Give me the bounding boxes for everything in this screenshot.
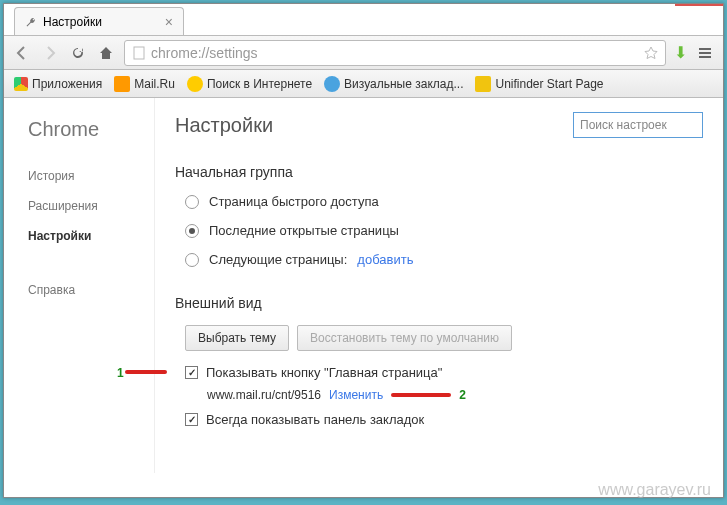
- watermark: www.garayev.ru: [598, 481, 711, 499]
- svg-rect-4: [134, 47, 144, 59]
- startup-option-quick[interactable]: Страница быстрого доступа: [185, 194, 703, 209]
- mailru-icon: [114, 76, 130, 92]
- wrench-icon: [25, 16, 37, 28]
- annotation-redline-2: [391, 393, 451, 397]
- content-area: Chrome История Расширения Настройки Спра…: [4, 98, 723, 473]
- sidebar-item-extensions[interactable]: Расширения: [28, 191, 154, 221]
- search-settings-input[interactable]: Поиск настроек: [573, 112, 703, 138]
- sidebar-item-help[interactable]: Справка: [28, 275, 154, 305]
- appearance-section-title: Внешний вид: [175, 295, 703, 311]
- checkbox-icon: [185, 413, 198, 426]
- startup-section-title: Начальная группа: [175, 164, 703, 180]
- page-icon: [131, 45, 147, 61]
- visual-bookmark[interactable]: Визуальные заклад...: [320, 74, 467, 94]
- radio-icon: [185, 253, 199, 267]
- bookmarks-bar: Приложения Mail.Ru Поиск в Интернете Виз…: [4, 70, 723, 98]
- browser-window: Настройки × ⬇ Приложения Mail.Ru Поиск в…: [3, 3, 724, 498]
- download-icon[interactable]: ⬇: [674, 43, 687, 62]
- startup-option-last[interactable]: Последние открытые страницы: [185, 223, 703, 238]
- nav-toolbar: ⬇: [4, 36, 723, 70]
- mailru-bookmark[interactable]: Mail.Ru: [110, 74, 179, 94]
- star-icon[interactable]: [643, 45, 659, 61]
- sidebar-item-history[interactable]: История: [28, 161, 154, 191]
- tab-strip: Настройки ×: [4, 6, 723, 36]
- radio-icon: [185, 195, 199, 209]
- page-title: Настройки: [175, 114, 273, 137]
- home-button[interactable]: [96, 43, 116, 63]
- address-bar[interactable]: [124, 40, 666, 66]
- show-bookmarks-checkbox-row[interactable]: Всегда показывать панель закладок: [185, 412, 703, 427]
- checkbox-icon: [185, 366, 198, 379]
- tab-title: Настройки: [43, 15, 102, 29]
- unifinder-bookmark[interactable]: Unifinder Start Page: [471, 74, 607, 94]
- back-button[interactable]: [12, 43, 32, 63]
- tab-close-icon[interactable]: ×: [165, 14, 173, 30]
- annotation-1: 1: [117, 366, 124, 380]
- unifinder-icon: [475, 76, 491, 92]
- sidebar-item-settings[interactable]: Настройки: [28, 221, 154, 251]
- visual-icon: [324, 76, 340, 92]
- choose-theme-button[interactable]: Выбрать тему: [185, 325, 289, 351]
- forward-button[interactable]: [40, 43, 60, 63]
- apps-bookmark[interactable]: Приложения: [10, 75, 106, 93]
- chrome-brand: Chrome: [28, 118, 154, 141]
- search-bm-icon: [187, 76, 203, 92]
- reload-button[interactable]: [68, 43, 88, 63]
- startup-option-specific[interactable]: Следующие страницы: добавить: [185, 252, 703, 267]
- url-input[interactable]: [151, 45, 639, 61]
- annotation-redline-1: [125, 370, 167, 374]
- add-pages-link[interactable]: добавить: [357, 252, 413, 267]
- change-home-link[interactable]: Изменить: [329, 388, 383, 402]
- show-home-checkbox-row[interactable]: Показывать кнопку "Главная страница": [185, 365, 703, 380]
- settings-main: Настройки Поиск настроек Начальная групп…: [154, 98, 723, 473]
- apps-icon: [14, 77, 28, 91]
- radio-icon: [185, 224, 199, 238]
- menu-button[interactable]: [695, 43, 715, 63]
- home-url-row: www.mail.ru/cnt/9516 Изменить 2: [207, 388, 703, 402]
- annotation-2: 2: [459, 388, 466, 402]
- home-url-text: www.mail.ru/cnt/9516: [207, 388, 321, 402]
- tab-settings[interactable]: Настройки ×: [14, 7, 184, 35]
- search-bookmark[interactable]: Поиск в Интернете: [183, 74, 316, 94]
- reset-theme-button[interactable]: Восстановить тему по умолчанию: [297, 325, 512, 351]
- settings-sidebar: Chrome История Расширения Настройки Спра…: [4, 98, 154, 473]
